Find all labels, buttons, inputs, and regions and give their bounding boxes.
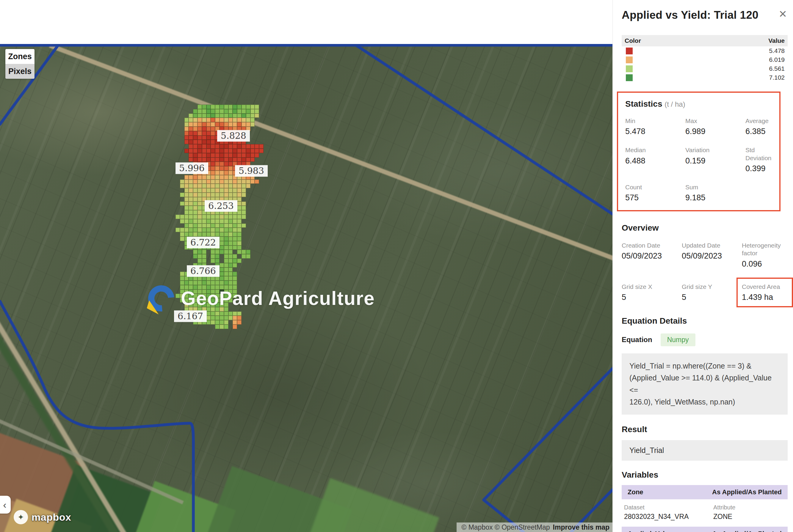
- grid-cell: [210, 214, 215, 219]
- grid-cell: [215, 228, 220, 232]
- collapse-sidebar-button[interactable]: ‹: [0, 496, 11, 514]
- grid-cell: [224, 144, 228, 149]
- grid-cell: [228, 162, 233, 166]
- item-label: Median: [625, 146, 685, 154]
- grid-cell: [210, 320, 215, 325]
- legend-value: 6.019: [769, 56, 785, 63]
- grid-cell: [202, 118, 206, 122]
- grid-cell: [206, 232, 211, 236]
- attribute-label: Attribute: [713, 504, 788, 511]
- grid-cell: [220, 281, 224, 285]
- grid-cell: [224, 153, 228, 157]
- grid-cell: [220, 232, 224, 236]
- pixels-button[interactable]: Pixels: [5, 64, 35, 79]
- grid-cell: [193, 219, 198, 224]
- grid-cell: [233, 224, 237, 228]
- grid-cell: [233, 114, 237, 118]
- variable-details: Dataset28032023_N34_VRAAttributeZONE: [624, 504, 788, 521]
- grid-cell: [210, 281, 215, 285]
- grid-cell: [206, 311, 211, 316]
- grid-cell: [246, 104, 251, 109]
- grid-cell: [184, 206, 189, 210]
- result-section: Result Yield_Trial: [622, 425, 788, 461]
- dataset-value: 28032023_N34_VRA: [624, 512, 713, 521]
- zones-button[interactable]: Zones: [5, 49, 35, 64]
- grid-cell: [180, 232, 184, 236]
- grid-cell: [206, 188, 211, 193]
- grid-cell: [206, 179, 211, 184]
- grid-cell: [228, 224, 233, 228]
- grid-cell: [228, 219, 233, 224]
- grid-cell: [220, 276, 224, 281]
- grid-cell: [210, 316, 215, 320]
- grid-cell: [220, 241, 224, 246]
- grid-cell: [228, 171, 233, 175]
- grid-cell: [193, 135, 198, 140]
- grid-cell: [215, 104, 220, 109]
- grid-cell: [206, 144, 211, 149]
- grid-cell: [189, 214, 193, 219]
- statistics-box: Statistics (t / ha) Min5.478Max6.989Aver…: [617, 92, 780, 211]
- grid-cell: [220, 267, 224, 272]
- item-value: 575: [625, 193, 685, 203]
- grid-cell: [228, 153, 233, 157]
- item-label: Min: [625, 117, 685, 125]
- grid-cell: [210, 250, 215, 254]
- grid-cell: [251, 122, 255, 127]
- grid-cell: [189, 114, 193, 118]
- grid-cell: [206, 219, 211, 224]
- legend-row: 5.478: [622, 46, 788, 55]
- grid-cell: [193, 224, 198, 228]
- legend-value-header: Value: [768, 37, 785, 44]
- close-icon[interactable]: ✕: [779, 9, 787, 19]
- updated-date-item: Updated Date05/09/2023: [682, 242, 742, 269]
- grid-cell: [202, 149, 206, 153]
- grid-cell: [215, 193, 220, 197]
- grid-cell: [237, 250, 241, 254]
- legend-row: 6.019: [622, 55, 788, 64]
- grid-cell: [251, 179, 255, 184]
- grid-cell: [228, 166, 233, 171]
- grid-cell: [215, 122, 220, 127]
- statistics-unit: (t / ha): [664, 100, 685, 108]
- grid-cell: [233, 325, 237, 329]
- grid-cell: [206, 316, 211, 320]
- grid-cell: [206, 118, 211, 122]
- grid-cell: [233, 254, 237, 259]
- grid-cell: [224, 109, 228, 114]
- grid-cell: [237, 118, 241, 122]
- grid-cell: [224, 272, 228, 276]
- grid-cell: [233, 219, 237, 224]
- grid-cell: [220, 149, 224, 153]
- grid-cell: [202, 184, 206, 188]
- grid-cell: [224, 149, 228, 153]
- legend-value: 5.478: [769, 47, 785, 54]
- grid-cell: [193, 193, 198, 197]
- grid-cell: [224, 157, 228, 162]
- grid-cell: [228, 263, 233, 267]
- grid-cell: [220, 263, 224, 267]
- grid-cell: [210, 104, 215, 109]
- grid-cell: [220, 114, 224, 118]
- grid-cell: [193, 153, 198, 157]
- item-value: 05/09/2023: [622, 251, 682, 261]
- grid-cell: [202, 232, 206, 236]
- grid-cell: [210, 184, 215, 188]
- grid-cell: [206, 193, 211, 197]
- mapbox-logo[interactable]: ✦ mapbox: [14, 510, 71, 524]
- grid-cell: [215, 232, 220, 236]
- improve-map-link[interactable]: Improve this map: [553, 524, 609, 531]
- equation-heading: Equation Details: [622, 316, 788, 326]
- grid-cell: [233, 246, 237, 250]
- grid-cell: [202, 259, 206, 263]
- grid-cell: [228, 175, 233, 179]
- grid-cell: [224, 267, 228, 272]
- item-value: 0.159: [685, 156, 745, 166]
- satellite-map[interactable]: 5.8285.9965.9836.2536.7226.7666.167 GeoP…: [0, 44, 612, 532]
- grid-cell: [193, 184, 198, 188]
- legend-row: 7.102: [622, 73, 788, 82]
- grid-cell: [210, 232, 215, 236]
- grid-cell: [189, 232, 193, 236]
- grid-cell: [251, 144, 255, 149]
- grid-cell: [215, 157, 220, 162]
